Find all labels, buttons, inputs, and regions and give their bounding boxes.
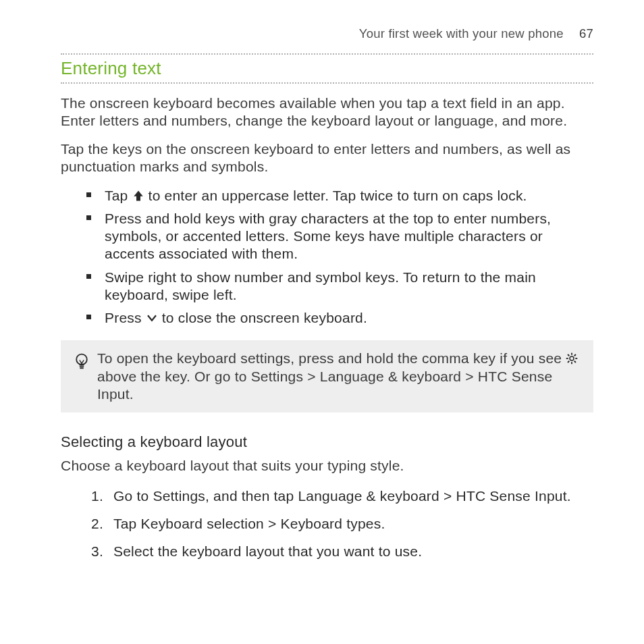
step-1-d: HTC Sense Input: [456, 488, 567, 504]
step-1-c: >: [439, 488, 456, 504]
divider-top: [61, 53, 593, 55]
step-2-c: >: [264, 516, 281, 531]
tip-settings: Settings: [251, 369, 304, 384]
tip-gt1: >: [303, 369, 320, 384]
step-2-e: .: [381, 516, 385, 531]
intro-para-1: The onscreen keyboard becomes available …: [61, 95, 593, 130]
bullet-2: Press and hold keys with gray characters…: [61, 210, 593, 263]
bullet-4-text-a: Press: [105, 310, 146, 325]
step-3: Select the keyboard layout that you want…: [61, 542, 593, 560]
step-2-b: Keyboard selection: [141, 516, 264, 531]
svg-line-9: [574, 354, 576, 356]
page-number: 67: [567, 26, 593, 41]
step-1: Go to Settings, and then tap Language & …: [61, 487, 593, 505]
svg-line-7: [574, 361, 576, 363]
subsection-title: Selecting a keyboard layout: [61, 433, 593, 452]
bullet-1-text-b: to enter an uppercase letter. Tap twice …: [144, 188, 527, 203]
bullet-1-text-a: Tap: [105, 188, 132, 203]
step-1-a: Go to Settings, and then tap: [113, 488, 298, 504]
divider-bottom: [61, 82, 593, 84]
bullet-4: Press to close the onscreen keyboard.: [61, 309, 593, 327]
svg-line-8: [568, 361, 569, 363]
bullet-3: Swipe right to show number and symbol ke…: [61, 269, 593, 304]
tip-text: To open the keyboard settings, press and…: [97, 350, 580, 403]
page-header: Your first week with your new phone 67: [61, 26, 593, 41]
bullet-4-text-b: to close the onscreen keyboard.: [158, 310, 367, 325]
intro-para-2: Tap the keys on the onscreen keyboard to…: [61, 140, 593, 176]
tip-dot: .: [130, 386, 134, 402]
bullet-1: Tap to enter an uppercase letter. Tap tw…: [61, 187, 593, 205]
section-title: Entering text: [61, 57, 593, 80]
tip-text-b: above the key. Or go to: [97, 369, 251, 384]
shift-arrow-icon: [132, 188, 144, 200]
tip-lang: Language & keyboard: [320, 369, 462, 384]
step-1-b: Language & keyboard: [298, 488, 439, 504]
tip-box: To open the keyboard settings, press and…: [61, 340, 593, 412]
svg-line-6: [568, 354, 569, 356]
subsection-intro: Choose a keyboard layout that suits your…: [61, 457, 593, 475]
ordered-steps: Go to Settings, and then tap Language & …: [61, 487, 593, 561]
svg-point-1: [570, 356, 574, 360]
tip-text-a: To open the keyboard settings, press and…: [97, 350, 566, 366]
lightbulb-icon: [74, 350, 97, 403]
step-2-d: Keyboard types: [281, 516, 381, 531]
tip-gt2: >: [461, 369, 478, 384]
gear-icon: [566, 351, 578, 363]
step-2: Tap Keyboard selection > Keyboard types.: [61, 514, 593, 533]
header-title: Your first week with your new phone: [359, 26, 564, 41]
step-2-a: Tap: [113, 516, 141, 531]
chevron-down-icon: [146, 311, 158, 323]
step-1-e: .: [567, 488, 571, 504]
document-page: Your first week with your new phone 67 E…: [0, 0, 644, 600]
bullet-list: Tap to enter an uppercase letter. Tap tw…: [61, 187, 593, 327]
